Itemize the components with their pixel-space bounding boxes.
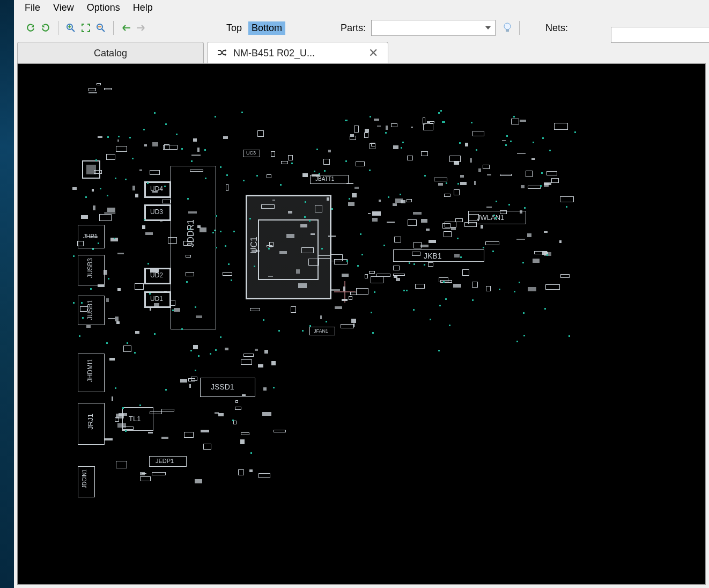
nav-forward-button[interactable] (135, 22, 147, 34)
via-dot (125, 179, 127, 180)
undo-button[interactable] (25, 22, 36, 34)
tab-document[interactable]: NM-B451 R02_U... ✕ (207, 42, 388, 64)
close-icon[interactable]: ✕ (368, 46, 378, 60)
menu-view[interactable]: View (47, 0, 80, 16)
board-decor (189, 229, 190, 230)
board-decor (249, 469, 252, 472)
via-dot (214, 230, 216, 231)
board-decor (485, 241, 500, 245)
via-dot (403, 290, 405, 291)
component-uc3[interactable] (243, 150, 260, 157)
via-dot (483, 247, 484, 248)
board-canvas[interactable]: JDDR1 UD4 UD3 UD2 UD1 JHP1 JUSB3 JUSB1 J… (18, 64, 705, 584)
board-decor (190, 170, 203, 172)
board-decor (510, 141, 512, 142)
board-decor (511, 119, 519, 124)
component-ud3[interactable] (144, 204, 171, 221)
component-jkb1[interactable] (393, 249, 484, 262)
board-decor (94, 170, 102, 174)
via-dot (400, 194, 401, 195)
layer-top-button[interactable]: Top (223, 21, 245, 35)
via-dot (438, 112, 440, 114)
board-decor (210, 353, 211, 355)
svg-point-7 (504, 23, 511, 30)
board-decor (353, 324, 355, 327)
board-decor (140, 476, 151, 481)
board-decor (312, 174, 320, 177)
zoom-fit-button[interactable] (80, 22, 92, 34)
redo-button[interactable] (40, 22, 51, 34)
via-dot (524, 207, 526, 209)
zoom-in-button[interactable] (65, 22, 77, 34)
board-decor (374, 119, 379, 121)
via-dot (544, 308, 546, 310)
board-decor (519, 282, 520, 283)
via-dot (374, 291, 375, 293)
board-decor (298, 283, 307, 288)
menu-help[interactable]: Help (127, 0, 159, 16)
board-decor (318, 255, 331, 259)
via-dot (106, 342, 108, 344)
component-jrj1[interactable] (78, 403, 105, 445)
board-decor (184, 432, 194, 438)
board-decor (527, 233, 531, 238)
nets-combobox[interactable] (611, 27, 709, 43)
board-decor (446, 182, 447, 184)
board-decor (238, 469, 244, 475)
board-decor (407, 156, 413, 160)
board-decor (129, 137, 131, 138)
component-jdcin1[interactable] (78, 466, 95, 497)
board-decor (444, 231, 452, 237)
tab-catalog[interactable]: Catalog (17, 42, 204, 64)
board-decor (132, 186, 135, 190)
via-dot (443, 281, 445, 283)
board-decor (528, 186, 541, 189)
board-decor (88, 92, 97, 93)
board-decor (356, 288, 368, 295)
via-dot (181, 148, 183, 150)
board-decor (147, 263, 149, 264)
hint-bulb-icon[interactable] (502, 22, 513, 34)
board-decor (500, 210, 507, 214)
board-decor (135, 331, 139, 334)
board-decor (263, 387, 267, 391)
board-decor (526, 171, 533, 177)
board-decor (493, 215, 495, 216)
board-decor (150, 170, 160, 175)
via-dot (370, 116, 371, 117)
board-decor (395, 199, 403, 203)
board-decor (235, 407, 242, 410)
zoom-out-button[interactable] (95, 22, 107, 34)
component-jusb3[interactable] (78, 255, 105, 285)
board-viewport[interactable]: JDDR1 UD4 UD3 UD2 UD1 JHP1 JUSB3 JUSB1 J… (17, 63, 706, 585)
via-dot (176, 134, 178, 135)
nav-back-button[interactable] (120, 22, 132, 34)
menu-file[interactable]: File (18, 0, 47, 16)
board-decor (476, 149, 477, 151)
board-decor (191, 160, 193, 162)
board-decor (231, 280, 232, 281)
component-jddr1[interactable] (171, 166, 216, 329)
menu-options[interactable]: Options (80, 0, 127, 16)
board-decor (407, 199, 411, 203)
board-decor (269, 242, 274, 247)
board-decor (296, 269, 300, 274)
layer-bottom-button[interactable]: Bottom (248, 21, 285, 35)
board-decor (469, 214, 479, 221)
board-decor (105, 212, 115, 214)
board-decor (560, 274, 570, 278)
parts-combobox[interactable] (371, 20, 496, 36)
board-decor (115, 387, 116, 389)
board-decor (559, 240, 562, 243)
component-jedp1[interactable] (149, 456, 187, 467)
component-jssd1[interactable] (200, 378, 255, 397)
via-dot (360, 233, 361, 235)
board-decor (330, 254, 343, 262)
board-decor (545, 284, 559, 289)
board-decor (394, 275, 397, 278)
via-dot (115, 178, 116, 179)
component-jhdmi1[interactable] (78, 354, 105, 392)
component-jfan1[interactable] (309, 327, 335, 335)
board-decor (342, 274, 349, 277)
via-dot (79, 335, 80, 337)
